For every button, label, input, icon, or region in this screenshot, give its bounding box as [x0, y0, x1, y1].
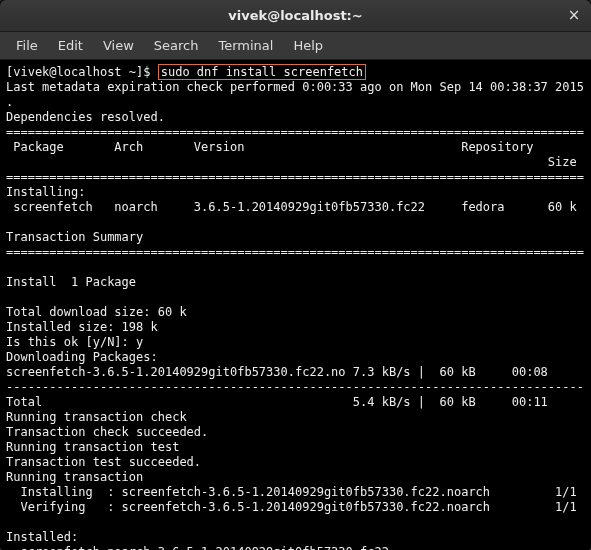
- separator-line: ========================================…: [6, 170, 584, 184]
- output-line: Transaction Summary: [6, 230, 143, 244]
- titlebar: vivek@localhost:~ ×: [0, 0, 591, 32]
- menu-terminal[interactable]: Terminal: [208, 34, 283, 57]
- close-icon[interactable]: ×: [565, 7, 583, 25]
- output-line: Total 5.4 kB/s | 60 kB 00:11: [6, 395, 548, 409]
- output-line: Installing : screenfetch-3.6.5-1.2014092…: [6, 485, 577, 499]
- output-line: Verifying : screenfetch-3.6.5-1.20140929…: [6, 500, 577, 514]
- output-line: Transaction test succeeded.: [6, 455, 201, 469]
- output-line: screenfetch-3.6.5-1.20140929git0fb57330.…: [6, 365, 548, 379]
- shell-prompt: [vivek@localhost ~]$: [6, 65, 158, 79]
- output-line: Installing:: [6, 185, 85, 199]
- menubar: File Edit View Search Terminal Help: [0, 32, 591, 60]
- output-line: Installed:: [6, 530, 78, 544]
- window-title: vivek@localhost:~: [228, 8, 362, 23]
- terminal-output[interactable]: [vivek@localhost ~]$ sudo dnf install sc…: [0, 60, 591, 550]
- output-line: .: [6, 95, 13, 109]
- output-line: Installed size: 198 k: [6, 320, 158, 334]
- separator-line: ========================================…: [6, 245, 584, 259]
- highlighted-command: sudo dnf install screenfetch: [158, 64, 366, 80]
- output-line: Is this ok [y/N]: y: [6, 335, 143, 349]
- output-line: Running transaction: [6, 470, 143, 484]
- output-line: screenfetch.noarch 3.6.5-1.20140929git0f…: [6, 545, 389, 550]
- output-line: Downloading Packages:: [6, 350, 158, 364]
- table-row: screenfetch noarch 3.6.5-1.20140929git0f…: [6, 200, 577, 214]
- table-header: Size: [6, 155, 577, 169]
- menu-view[interactable]: View: [93, 34, 144, 57]
- output-line: Dependencies resolved.: [6, 110, 165, 124]
- separator-line: ----------------------------------------…: [6, 380, 584, 394]
- separator-line: ========================================…: [6, 125, 584, 139]
- output-line: Running transaction test: [6, 440, 179, 454]
- table-header: Package Arch Version Repository: [6, 140, 533, 154]
- output-line: Total download size: 60 k: [6, 305, 187, 319]
- terminal-window: vivek@localhost:~ × File Edit View Searc…: [0, 0, 591, 550]
- output-line: Transaction check succeeded.: [6, 425, 208, 439]
- menu-help[interactable]: Help: [283, 34, 333, 57]
- output-line: Install 1 Package: [6, 275, 136, 289]
- menu-search[interactable]: Search: [144, 34, 209, 57]
- output-line: Last metadata expiration check performed…: [6, 80, 584, 94]
- menu-edit[interactable]: Edit: [48, 34, 93, 57]
- menu-file[interactable]: File: [6, 34, 48, 57]
- output-line: Running transaction check: [6, 410, 187, 424]
